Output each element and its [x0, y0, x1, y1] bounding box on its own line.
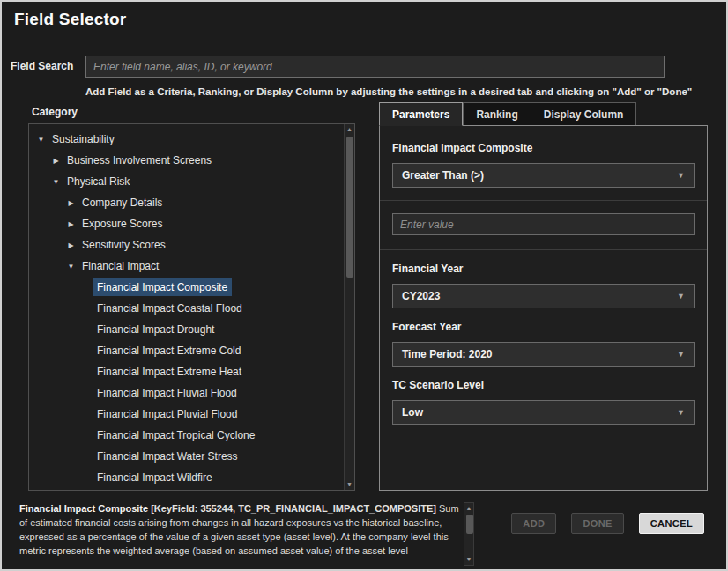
tree-item-label[interactable]: Business Involvement Screens — [63, 152, 216, 169]
financial-year-dropdown[interactable]: CY2023 ▼ — [392, 284, 695, 308]
parameters-panel: Financial Impact Composite Greater Than … — [379, 125, 708, 491]
tree-item-label[interactable]: Exposure Scores — [78, 215, 167, 233]
tree-item[interactable]: ▶Business Involvement Screens — [29, 150, 344, 171]
tree-item[interactable]: Financial Impact Wildfire — [29, 467, 344, 488]
tree-item[interactable]: Financial Impact Composite — [29, 277, 344, 298]
forecast-year-label: Forecast Year — [392, 321, 695, 333]
tree-item[interactable]: Financial Impact Pluvial Flood — [29, 404, 344, 425]
selected-field-label: Financial Impact Composite — [392, 142, 695, 154]
tree-item-label[interactable]: Financial Impact Fluvial Flood — [93, 384, 241, 402]
tree-item[interactable]: Financial Impact Fluvial Flood — [29, 382, 344, 404]
tree-item[interactable]: Financial Impact Tropical Cyclone — [29, 425, 344, 446]
value-input[interactable] — [392, 213, 695, 235]
financial-year-label: Financial Year — [392, 263, 695, 275]
scrollbar-thumb[interactable] — [466, 515, 473, 534]
chevron-down-icon: ▼ — [677, 292, 685, 300]
divider — [380, 249, 707, 250]
tab-ranking[interactable]: Ranking — [463, 102, 530, 126]
tree-item-label[interactable]: Sustainability — [48, 130, 119, 148]
scroll-up-icon[interactable]: ▲ — [345, 124, 354, 135]
chevron-down-icon[interactable]: ▼ — [64, 263, 78, 271]
tree-item[interactable]: Financial Impact Water Stress — [29, 446, 344, 467]
operator-dropdown[interactable]: Greater Than (>) ▼ — [392, 163, 695, 188]
chevron-down-icon[interactable]: ▼ — [34, 136, 48, 144]
description-scrollbar[interactable]: ▲ ▼ — [464, 502, 474, 566]
tc-scenario-label: TC Scenario Level — [392, 379, 695, 391]
forecast-year-dropdown[interactable]: Time Period: 2020 ▼ — [392, 342, 695, 367]
tc-scenario-value: Low — [402, 406, 423, 419]
tree-item[interactable]: ▶Exposure Scores — [29, 213, 344, 234]
divider — [380, 200, 707, 201]
tree-item-label[interactable]: Financial Impact Composite — [93, 278, 232, 296]
page-title: Field Selector — [14, 10, 126, 29]
operator-value: Greater Than (>) — [402, 169, 484, 182]
tc-scenario-dropdown[interactable]: Low ▼ — [392, 400, 695, 425]
chevron-down-icon: ▼ — [677, 350, 685, 359]
tree-item-label[interactable]: Financial Impact Tropical Cyclone — [93, 426, 259, 444]
field-selector-dialog: Field Selector Field Search Add Field as… — [0, 0, 728, 571]
field-search-label: Field Search — [11, 60, 83, 72]
field-search-input[interactable] — [85, 56, 665, 78]
scroll-down-icon[interactable]: ▼ — [464, 554, 473, 565]
chevron-down-icon[interactable]: ▼ — [49, 178, 63, 186]
tree-item-label[interactable]: Physical Risk — [63, 173, 134, 190]
chevron-right-icon[interactable]: ▶ — [49, 157, 63, 165]
tab-bar: Parameters Ranking Display Column — [379, 102, 636, 126]
description-keyfield: [KeyField: 355244, TC_PR_FINANCIAL_IMPAC… — [151, 503, 436, 514]
category-label: Category — [32, 106, 78, 118]
tree-item-label[interactable]: Financial Impact Wildfire — [93, 469, 217, 486]
tree-item-label[interactable]: Financial Impact Coastal Flood — [93, 300, 247, 317]
description-field-name: Financial Impact Composite — [19, 503, 148, 514]
tree-item-label[interactable]: Sensitivity Scores — [78, 236, 170, 254]
tree-item-label[interactable]: Financial Impact Extreme Cold — [93, 342, 245, 360]
forecast-year-value: Time Period: 2020 — [402, 348, 493, 360]
tree-item[interactable]: ▶Sensitivity Scores — [29, 234, 344, 256]
chevron-right-icon[interactable]: ▶ — [64, 241, 78, 249]
cancel-button[interactable]: CANCEL — [639, 513, 704, 534]
tree-item[interactable]: ▼Financial Impact — [29, 256, 344, 277]
financial-year-value: CY2023 — [402, 290, 440, 302]
tree-item[interactable]: Financial Impact Drought — [29, 319, 344, 340]
tree-item[interactable]: ▼Sustainability — [29, 129, 344, 150]
done-button[interactable]: DONE — [571, 513, 623, 534]
scroll-down-icon[interactable]: ▼ — [345, 479, 354, 490]
add-button[interactable]: ADD — [511, 513, 556, 534]
chevron-right-icon[interactable]: ▶ — [64, 220, 78, 228]
tab-parameters[interactable]: Parameters — [379, 102, 463, 126]
field-description: Financial Impact Composite [KeyField: 35… — [19, 501, 478, 567]
tab-display-column[interactable]: Display Column — [531, 102, 637, 126]
tree-item-label[interactable]: Financial Impact Pluvial Flood — [93, 405, 241, 423]
tree-item[interactable]: Financial Impact Extreme Heat — [29, 361, 344, 382]
tree-scrollbar[interactable]: ▲ ▼ — [344, 124, 354, 490]
footer-buttons: ADD DONE CANCEL — [511, 513, 704, 534]
tree-item-label[interactable]: Financial Impact Drought — [93, 321, 219, 338]
tree-item-label[interactable]: Financial Impact — [78, 257, 163, 275]
chevron-down-icon: ▼ — [677, 171, 685, 180]
helper-text: Add Field as a Criteria, Ranking, or Dis… — [85, 86, 702, 97]
category-tree: ▼Sustainability▶Business Involvement Scr… — [28, 123, 355, 491]
tree-item-label[interactable]: Financial Impact Extreme Heat — [93, 363, 246, 381]
scroll-up-icon[interactable]: ▲ — [464, 503, 473, 514]
chevron-down-icon: ▼ — [677, 408, 685, 417]
chevron-right-icon[interactable]: ▶ — [64, 199, 78, 207]
tree-item[interactable]: ▼Physical Risk — [29, 171, 344, 192]
tree-item-label[interactable]: Company Details — [78, 194, 167, 211]
tree-item[interactable]: Financial Impact Coastal Flood — [29, 298, 344, 319]
tree-item[interactable]: ▶Company Details — [29, 192, 344, 213]
scrollbar-thumb[interactable] — [346, 137, 353, 278]
tree-item-label[interactable]: Financial Impact Water Stress — [93, 448, 242, 465]
tree-item[interactable]: Financial Impact Extreme Cold — [29, 340, 344, 361]
